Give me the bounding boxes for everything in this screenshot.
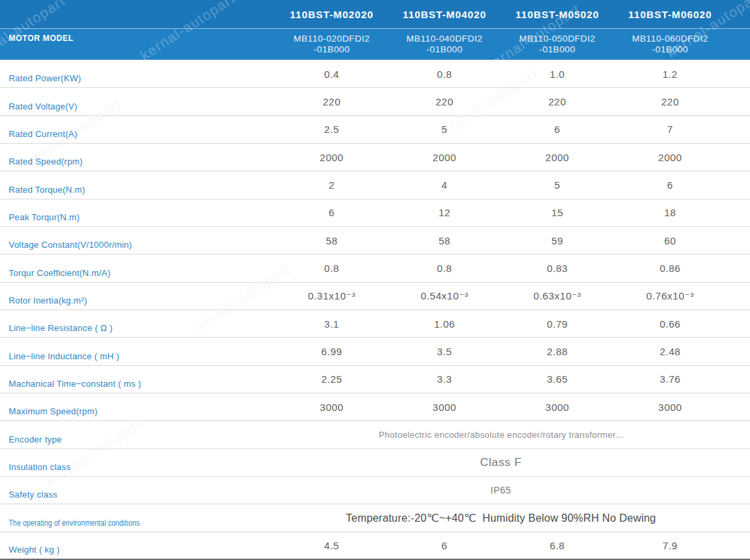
spec-label-cell: Rotor Inertia(kg.m²) (0, 283, 275, 310)
spec-value: 220 (614, 88, 726, 115)
spec-label: Insulation class (9, 462, 71, 472)
spec-value: 0.54x10⁻³ (388, 283, 501, 310)
spec-label: Maximum Speed(rpm) (9, 406, 97, 416)
spec-value: 2.5 (275, 116, 388, 143)
header-code-row: MB110-020DFDI2 -01B000MB110-040DFDI2 -01… (0, 29, 750, 60)
spec-value: 2000 (614, 144, 726, 171)
spec-value: 220 (501, 88, 614, 115)
spec-value: 0.31x10⁻³ (275, 283, 388, 310)
spec-row: Rated Current(A)2.5567 (0, 116, 750, 144)
spec-value: 58 (275, 227, 388, 254)
spec-label: Peak Torqur(N.m) (9, 212, 80, 222)
spec-row: Machanical Time−constant ( ms )2.253.33.… (0, 366, 750, 393)
spec-value: 7.9 (614, 532, 726, 559)
spec-value: 6 (275, 199, 388, 226)
spec-value: 5 (388, 116, 501, 143)
spec-label-cell: Line−line Resistance ( Ω ) (0, 310, 275, 337)
spec-value: 15 (501, 199, 614, 226)
merged-value: Class F (275, 449, 726, 476)
spec-row: Safety classIP65 (0, 477, 750, 504)
column-model-code: MB110-060DFDI2 -01B000 (614, 34, 726, 55)
spec-value: 6 (501, 116, 614, 143)
spec-value: 0.8 (388, 60, 501, 87)
motor-spec-sheet: 110BST-M02020110BST-M04020110BST-M050201… (0, 0, 750, 560)
spec-value: 6 (614, 171, 726, 198)
spec-row: Line−line Inductance ( mH )6.993.52.882.… (0, 338, 750, 365)
spec-row: Line−line Resistance ( Ω )3.11.060.790.6… (0, 310, 750, 338)
merged-value: Temperature:-20℃~+40℃ Humidity Below 90%… (275, 504, 726, 531)
spec-row: Rated Speed(rpm)2000200020002000 (0, 144, 750, 171)
spec-label: Machanical Time−constant ( ms ) (9, 379, 141, 389)
spec-value: 3.5 (388, 338, 501, 365)
header-model-row: 110BST-M02020110BST-M04020110BST-M050201… (0, 0, 750, 29)
spec-row: Torqur Coefficient(N.m/A)0.80.80.830.86 (0, 254, 750, 282)
spec-value: 220 (388, 88, 501, 115)
table-header: 110BST-M02020110BST-M04020110BST-M050201… (0, 0, 750, 60)
spec-row: Rotor Inertia(kg.m²)0.31x10⁻³0.54x10⁻³0.… (0, 283, 750, 310)
spec-label-cell: Encoder type (0, 421, 275, 448)
spec-label-cell: Maximum Speed(rpm) (0, 393, 275, 420)
spec-value: 4.5 (275, 532, 388, 559)
spec-value: 2000 (388, 144, 501, 171)
spec-value: 6.99 (275, 338, 388, 365)
spec-value: 5 (501, 171, 614, 198)
spec-label-cell: Insulation class (0, 449, 275, 476)
spec-value: 0.63x10⁻³ (501, 283, 614, 310)
column-model-code: MB110-020DFDI2 -01B000 (275, 34, 388, 55)
spec-label-cell: Rated Current(A) (0, 116, 275, 143)
spec-label-cell: Rated Speed(rpm) (0, 144, 275, 171)
spec-label-cell: Voltage Constant(V/1000r/min) (0, 227, 275, 254)
spec-label: Torqur Coefficient(N.m/A) (9, 268, 110, 278)
spec-value: 1.06 (388, 310, 501, 337)
spec-label: Voltage Constant(V/1000r/min) (9, 240, 132, 250)
column-model-code: MB110-050DFDI2 -01B000 (501, 34, 614, 55)
spec-value: 0.4 (275, 60, 388, 87)
spec-row: Weight ( kg )4.566.87.9 (0, 532, 750, 560)
spec-row: The operating of environmental condition… (0, 504, 750, 532)
spec-label-cell: Peak Torqur(N.m) (0, 199, 275, 226)
merged-value: Photoelectric encoder/absolute encoder/r… (275, 421, 726, 448)
spec-label-cell: Safety class (0, 477, 275, 504)
column-model-name: 110BST-M06020 (614, 9, 726, 20)
spec-label-cell: Rated Torque(N.m) (0, 171, 275, 198)
spec-value: 6 (388, 532, 501, 559)
spec-value: 3000 (501, 393, 614, 420)
spec-value: 0.66 (614, 310, 726, 337)
column-model-name: 110BST-M02020 (275, 9, 388, 20)
spec-value: 2.48 (614, 338, 726, 365)
column-model-name: 110BST-M04020 (388, 9, 501, 20)
column-model-name: 110BST-M05020 (501, 9, 614, 20)
spec-value: 3000 (614, 393, 726, 420)
column-model-code: MB110-040DFDI2 -01B000 (388, 34, 501, 55)
merged-value: IP65 (275, 477, 726, 504)
spec-row: Maximum Speed(rpm)3000300030003000 (0, 393, 750, 421)
spec-value: 2.88 (501, 338, 614, 365)
spec-value: 4 (388, 171, 501, 198)
spec-value: 1.0 (501, 60, 614, 87)
spec-label: Line−line Inductance ( mH ) (9, 351, 120, 361)
spec-value: 0.8 (275, 254, 388, 281)
spec-value: 18 (614, 199, 726, 226)
spec-value: 6.8 (501, 532, 614, 559)
spec-value: 58 (388, 227, 501, 254)
spec-label-cell: Weight ( kg ) (0, 532, 275, 559)
spec-row: Peak Torqur(N.m)6121518 (0, 199, 750, 227)
spec-label-cell: Rated Voltage(V) (0, 88, 275, 115)
spec-label: Weight ( kg ) (9, 545, 60, 555)
spec-row: Rated Power(KW)0.40.81.01.2 (0, 60, 750, 88)
spec-row: Encoder typePhotoelectric encoder/absolu… (0, 421, 750, 449)
spec-value: 2 (275, 171, 388, 198)
spec-value: 0.79 (501, 310, 614, 337)
spec-label: Safety class (9, 489, 58, 500)
spec-value: 3000 (388, 393, 501, 420)
spec-value: 3.76 (614, 366, 726, 393)
spec-value: 0.8 (388, 254, 501, 281)
spec-label: Line−line Resistance ( Ω ) (9, 323, 113, 333)
spec-value: 220 (275, 88, 388, 115)
spec-value: 2000 (275, 144, 388, 171)
spec-label-cell: Line−line Inductance ( mH ) (0, 338, 275, 365)
spec-label: Rated Voltage(V) (9, 101, 77, 111)
spec-value: 0.83 (501, 254, 614, 281)
spec-label: Rated Current(A) (9, 129, 77, 139)
spec-row: Insulation classClass F (0, 449, 750, 477)
